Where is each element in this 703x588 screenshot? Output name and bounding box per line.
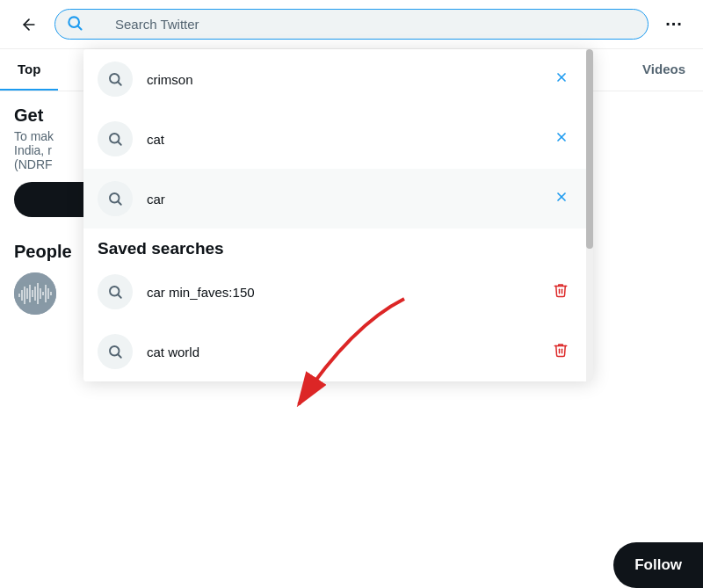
search-dropdown: crimson cat: [83, 49, 593, 381]
search-placeholder: Search Twitter: [115, 17, 199, 32]
svg-line-2: [78, 26, 82, 30]
svg-line-30: [118, 294, 120, 297]
dropdown-inner: crimson cat: [83, 49, 593, 381]
search-item-icon: [98, 62, 133, 97]
recent-search-car[interactable]: car: [83, 169, 586, 229]
scrollbar[interactable]: [586, 49, 593, 381]
search-item-icon: [98, 181, 133, 216]
follow-button[interactable]: Follow: [613, 542, 703, 588]
back-button[interactable]: [14, 10, 44, 40]
saved-search-car-minfaves-text: car min_faves:150: [147, 285, 535, 300]
tab-top[interactable]: Top: [0, 49, 58, 91]
svg-line-26: [118, 201, 120, 204]
saved-search-cat-world[interactable]: cat world: [83, 322, 586, 381]
recent-search-car-text: car: [147, 192, 537, 207]
recent-search-crimson[interactable]: crimson: [83, 49, 586, 109]
search-item-icon: [98, 274, 133, 309]
recent-search-crimson-text: crimson: [147, 72, 537, 87]
delete-cat-world-button[interactable]: [549, 338, 572, 365]
search-item-icon: [98, 121, 133, 156]
close-crimson-button[interactable]: [551, 67, 572, 91]
avatar: [14, 272, 56, 315]
more-button[interactable]: ···: [659, 10, 689, 40]
saved-search-car-minfaves[interactable]: car min_faves:150: [83, 262, 586, 322]
saved-search-cat-world-text: cat world: [147, 345, 535, 359]
svg-line-18: [118, 82, 120, 84]
search-icon: [66, 14, 83, 34]
search-bar[interactable]: Search Twitter: [54, 9, 649, 40]
svg-line-32: [118, 354, 120, 357]
recent-search-cat[interactable]: cat: [83, 109, 586, 169]
close-car-button[interactable]: [551, 186, 572, 211]
svg-line-22: [118, 142, 120, 144]
more-icon: ···: [665, 14, 683, 34]
tab-videos[interactable]: Videos: [625, 49, 703, 91]
delete-car-minfaves-button[interactable]: [549, 279, 572, 305]
search-item-icon: [98, 334, 133, 369]
close-cat-button[interactable]: [551, 127, 572, 151]
saved-searches-header: Saved searches: [83, 229, 586, 262]
search-bar-wrapper: Search Twitter: [54, 9, 649, 40]
scrollbar-thumb[interactable]: [586, 49, 593, 249]
recent-search-cat-text: cat: [147, 132, 537, 147]
header: Search Twitter ···: [0, 0, 703, 49]
